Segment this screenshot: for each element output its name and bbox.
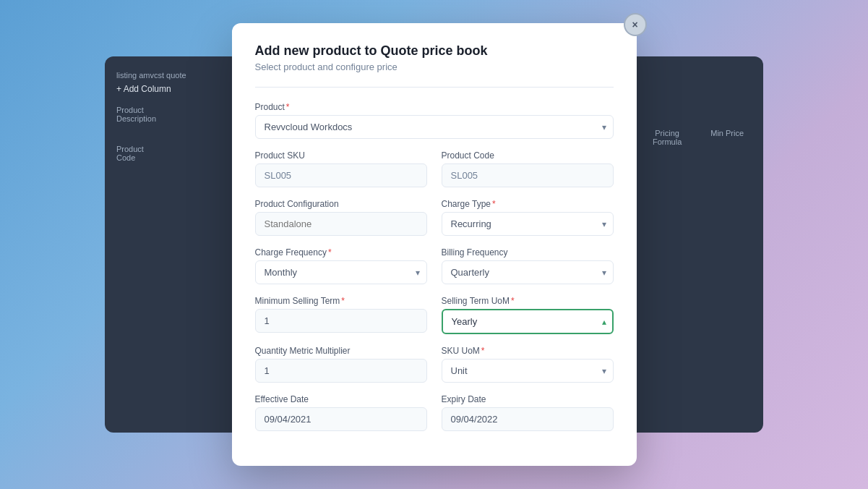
billing-freq-select[interactable]: Quarterly [442,260,614,284]
col-pricing-formula: PricingFormula [653,129,682,146]
product-config-label: Product Configuration [255,199,427,209]
product-code-group: Product Code [442,150,614,187]
selling-term-uom-label: Selling Term UoM* [442,296,614,306]
billing-freq-label: Billing Frequency [442,247,614,258]
col-min-price: Min Price [710,129,744,146]
effective-date-group: Effective Date [255,394,427,431]
sku-uom-select[interactable]: Unit [442,359,614,383]
min-selling-term-label: Minimum Selling Term* [255,296,427,306]
sku-uom-group: SKU UoM* Unit ▾ [442,346,614,383]
expiry-date-label: Expiry Date [442,394,614,404]
sidebar-title: listing amvcst quote [105,71,235,80]
add-column-label: + Add Column [116,84,171,94]
qty-metric-label: Quantity Metric Multiplier [255,346,427,356]
modal-subtitle: Select product and configure price [255,61,614,72]
selling-term-uom-select-wrapper: Yearly ▴ [442,309,614,334]
modal-title: Add new product to Quote price book [255,43,614,59]
product-sku-input[interactable] [255,163,427,187]
freq-row: Charge Frequency* Monthly ▾ Billing Freq… [255,247,614,284]
charge-type-select[interactable]: Recurring [442,212,614,236]
product-code-label: Product Code [442,150,614,161]
product-select[interactable]: Revvcloud Workdocs [255,115,614,139]
charge-type-label: Charge Type* [442,199,614,209]
billing-freq-select-wrapper: Quarterly ▾ [442,260,614,284]
product-sku-group: Product SKU [255,150,427,187]
product-code-input[interactable] [442,163,614,187]
min-selling-term-input[interactable] [255,309,427,333]
product-config-input[interactable] [255,212,427,236]
expiry-date-input[interactable] [442,407,614,431]
effective-date-input[interactable] [255,407,427,431]
product-select-wrapper: Revvcloud Workdocs ▾ [255,115,614,139]
product-row: Product* Revvcloud Workdocs ▾ [255,102,614,139]
product-config-group: Product Configuration [255,199,427,236]
date-row: Effective Date Expiry Date [255,394,614,431]
divider [255,87,614,88]
sidebar-panel: listing amvcst quote + Add Column Produc… [105,56,235,433]
add-column-button[interactable]: + Add Column [105,80,235,98]
charge-freq-select-wrapper: Monthly ▾ [255,260,427,284]
close-button[interactable]: × [624,13,647,36]
sku-code-row: Product SKU Product Code [255,150,614,187]
selling-term-uom-select[interactable]: Yearly [442,309,614,334]
selling-term-uom-group: Selling Term UoM* Yearly ▴ [442,296,614,334]
qty-sku-row: Quantity Metric Multiplier SKU UoM* Unit… [255,346,614,383]
product-group: Product* Revvcloud Workdocs ▾ [255,102,614,139]
charge-freq-label: Charge Frequency* [255,247,427,258]
selling-term-row: Minimum Selling Term* Selling Term UoM* … [255,296,614,334]
expiry-date-group: Expiry Date [442,394,614,431]
charge-freq-select[interactable]: Monthly [255,260,427,284]
charge-type-group: Charge Type* Recurring ▾ [442,199,614,236]
sku-uom-select-wrapper: Unit ▾ [442,359,614,383]
right-panel: PricingFormula Min Price [633,56,763,433]
charge-freq-group: Charge Frequency* Monthly ▾ [255,247,427,284]
modal-dialog: × Add new product to Quote price book Se… [232,23,637,466]
billing-freq-group: Billing Frequency Quarterly ▾ [442,247,614,284]
col-product-code: ProductCode [116,145,223,162]
sku-uom-label: SKU UoM* [442,346,614,356]
modal-wrapper: × Add new product to Quote price book Se… [232,23,637,466]
charge-type-select-wrapper: Recurring ▾ [442,212,614,236]
effective-date-label: Effective Date [255,394,427,404]
min-selling-term-group: Minimum Selling Term* [255,296,427,334]
config-charge-row: Product Configuration Charge Type* Recur… [255,199,614,236]
qty-metric-input[interactable] [255,359,427,383]
product-sku-label: Product SKU [255,150,427,161]
col-product-description: ProductDescription [116,106,223,123]
product-label: Product* [255,102,614,112]
qty-metric-group: Quantity Metric Multiplier [255,346,427,383]
